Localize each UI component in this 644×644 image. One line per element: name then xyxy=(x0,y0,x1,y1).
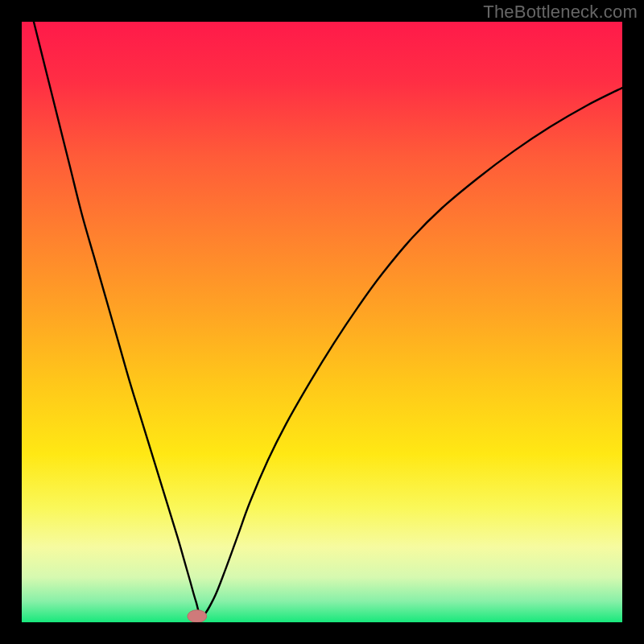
watermark-text: TheBottleneck.com xyxy=(483,2,638,23)
plot-area xyxy=(22,22,622,622)
chart-svg xyxy=(22,22,622,622)
minimum-marker xyxy=(188,610,207,622)
chart-frame: TheBottleneck.com xyxy=(0,0,644,644)
